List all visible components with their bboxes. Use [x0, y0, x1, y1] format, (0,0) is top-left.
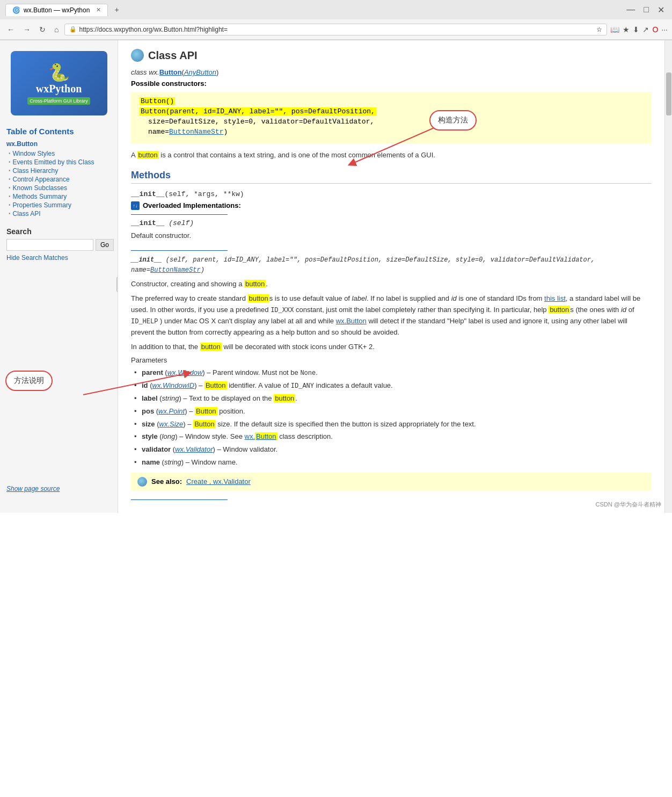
constructor-line-4-text: name=ButtonNameStr)	[148, 128, 228, 136]
search-title: Search	[6, 227, 111, 236]
button-highlight-10: Button	[255, 432, 277, 440]
back-button[interactable]: ←	[4, 24, 17, 35]
param-name-pos: pos	[142, 407, 154, 415]
class-paren-close: )	[216, 68, 218, 76]
toc-link-events[interactable]: Events Emitted by this Class	[6, 158, 111, 166]
init-args-2: (self)	[164, 219, 194, 227]
toc-main-link[interactable]: wx.Button	[6, 140, 111, 148]
keyword-wx: wx.	[149, 68, 159, 76]
param-type-size[interactable]: wx.Size	[159, 420, 184, 428]
init-name-1: __init__	[131, 190, 164, 198]
tab-bar: 🌀 wx.Button — wxPython ✕ +	[5, 3, 123, 16]
scrollbar-thumb[interactable]	[666, 73, 671, 115]
divider-3	[131, 499, 228, 500]
sidebar-logo: 🐍 wxPython Cross-Platform GUI Library	[0, 46, 118, 122]
parent-class[interactable]: AnyButton	[184, 68, 216, 76]
divider-1	[131, 214, 228, 215]
init-sig-2: __init__ (self)	[131, 219, 652, 227]
bookmark-icon[interactable]: ☆	[596, 26, 602, 33]
menu-icon[interactable]: ···	[661, 25, 668, 34]
main-content: Class API class wx.Button(AnyButton) Pos…	[118, 40, 664, 513]
button-highlight-1: button	[137, 151, 159, 159]
param-name-name: name	[142, 458, 160, 466]
favorites-icon[interactable]: ★	[623, 25, 630, 34]
param-name: name (string) – Window name.	[142, 457, 652, 468]
tab-title: wx.Button — wxPython	[24, 6, 90, 14]
tab-close-button[interactable]: ✕	[96, 6, 101, 13]
see-also-box: See also: Create , wx.Validator	[131, 473, 652, 491]
button-highlight-3: button	[248, 294, 269, 302]
button-highlight-9: Button	[193, 420, 216, 428]
button-highlight-4: button	[549, 306, 570, 314]
wx-button-style-link[interactable]: wx.Button	[245, 432, 277, 440]
search-input[interactable]	[6, 239, 93, 251]
lock-icon: 🔒	[69, 26, 77, 33]
overloaded-label: Overloaded Implementations:	[143, 201, 241, 209]
class-name-button[interactable]: Button	[159, 68, 182, 76]
class-description: A button is a control that contains a te…	[131, 150, 652, 161]
home-button[interactable]: ⌂	[52, 24, 61, 35]
button-highlight-2: button	[244, 280, 266, 288]
refresh-button[interactable]: ↻	[36, 24, 48, 35]
hide-search-matches-link[interactable]: Hide Search Matches	[6, 254, 111, 262]
constructor-line-1: Button()	[140, 97, 643, 105]
param-parent: parent (wx.Window) – Parent window. Must…	[142, 367, 652, 379]
see-also-links[interactable]: Create , wx.Validator	[186, 477, 251, 486]
param-type-id[interactable]: wx.WindowID	[152, 381, 195, 389]
share-icon[interactable]: ↗	[642, 25, 649, 34]
param-type-parent[interactable]: wx.Window	[167, 368, 203, 376]
class-declaration: class wx.Button(AnyButton)	[131, 68, 652, 76]
constructor-line-3: size=DefaultSize, style=0, validator=Def…	[140, 118, 643, 126]
opera-icon[interactable]: O	[652, 25, 658, 34]
constructor-callout-text: 构造方法	[438, 115, 468, 124]
constructor-desc-1: Constructor, creating and showing a butt…	[131, 279, 652, 290]
search-go-button[interactable]: Go	[96, 239, 114, 251]
close-window-button[interactable]: ✕	[655, 5, 667, 15]
constructor-highlight-2: Button(parent, id=ID_ANY, label="", pos=…	[140, 107, 376, 115]
method-desc-callout: 方法说明	[5, 371, 53, 391]
param-type-pos[interactable]: wx.Point	[158, 407, 185, 415]
param-style: style (long) – Window style. See wx.Butt…	[142, 431, 652, 443]
param-type-validator[interactable]: wx.Validator	[175, 445, 213, 453]
toc-section: Table of Contents wx.Button Window Style…	[0, 122, 118, 223]
scrollbar-area[interactable]	[664, 40, 672, 513]
logo-subtitle: Cross-Platform GUI Library	[27, 97, 90, 105]
this-list-link[interactable]: this list	[544, 294, 566, 302]
page-source-link[interactable]: Show page source	[0, 481, 118, 497]
default-constructor-desc: Default constructor.	[131, 230, 652, 242]
wx-button-link[interactable]: wx.Button	[336, 317, 367, 325]
reading-mode-icon[interactable]: 📖	[610, 25, 619, 34]
toc-link-control-appearance[interactable]: Control Appearance	[6, 176, 111, 183]
search-row: Go	[6, 239, 111, 251]
param-id: id (wx.WindowID) – Button identifier. A …	[142, 380, 652, 392]
maximize-button[interactable]: □	[641, 5, 651, 15]
constructor-line-2: Button(parent, id=ID_ANY, label="", pos=…	[140, 107, 643, 115]
address-bar[interactable]: 🔒 https://docs.wxpython.org/wx.Button.ht…	[64, 24, 607, 35]
toc-link-window-styles[interactable]: Window Styles	[6, 150, 111, 157]
params-header: Parameters	[131, 356, 652, 364]
init-sig-3: __init__ (self, parent, id=ID_ANY, label…	[131, 255, 652, 276]
minimize-button[interactable]: —	[624, 5, 637, 15]
id-xxx-code: ID_XXX	[271, 307, 294, 314]
forward-button[interactable]: →	[20, 24, 33, 35]
csdn-watermark: CSDN @华为奋斗者精神	[596, 501, 661, 509]
toc-link-methods-summary[interactable]: Methods Summary	[6, 193, 111, 200]
keyword-class: class	[131, 68, 149, 76]
toc-link-properties-summary[interactable]: Properties Summary	[6, 201, 111, 209]
button-highlight-5: button	[200, 343, 222, 351]
new-tab-button[interactable]: +	[110, 3, 123, 16]
active-tab[interactable]: 🌀 wx.Button — wxPython ✕	[5, 4, 108, 16]
toc-link-class-hierarchy[interactable]: Class Hierarchy	[6, 167, 111, 175]
sidebar-collapse-handle[interactable]: «	[116, 277, 118, 292]
init-name-2: __init__	[131, 219, 164, 227]
browser-navbar: ← → ↻ ⌂ 🔒 https://docs.wxpython.org/wx.B…	[0, 19, 672, 40]
logo-box: 🐍 wxPython Cross-Platform GUI Library	[11, 51, 107, 115]
param-validator: validator (wx.Validator) – Window valida…	[142, 444, 652, 455]
init-block-self: __init__ (self) Default constructor.	[131, 219, 652, 242]
button-highlight-8: Button	[195, 407, 217, 415]
browser-titlebar: 🌀 wx.Button — wxPython ✕ + — □ ✕	[0, 0, 672, 19]
toc-link-class-api[interactable]: Class API	[6, 210, 111, 218]
browser-nav-icons: 📖 ★ ⬇ ↗ O ···	[610, 25, 668, 34]
download-icon[interactable]: ⬇	[633, 25, 639, 34]
toc-link-known-subclasses[interactable]: Known Subclasses	[6, 184, 111, 192]
